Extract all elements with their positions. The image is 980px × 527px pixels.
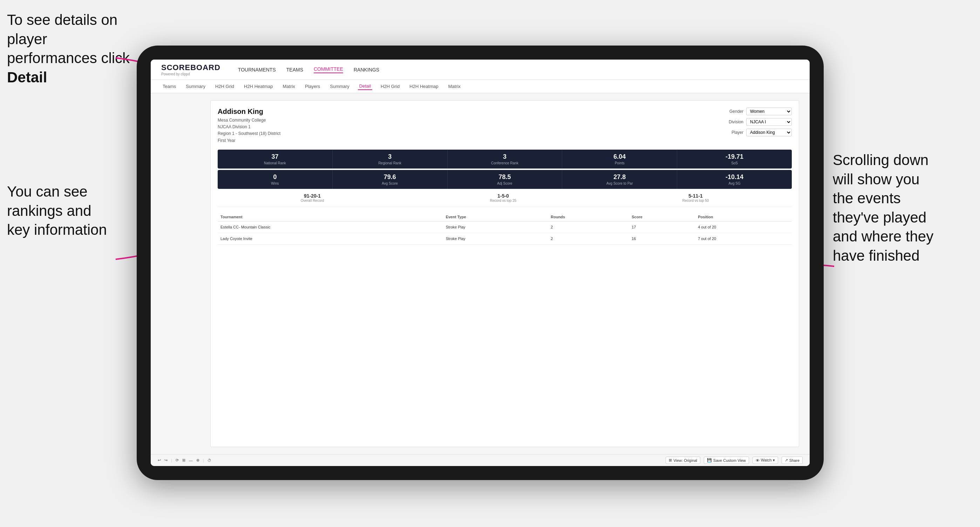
nav-rankings[interactable]: RANKINGS (354, 67, 379, 73)
td-rounds-1: 2 (548, 221, 629, 233)
stat-value-points: 6.04 (565, 153, 674, 160)
table-row: Lady Coyote Invite Stroke Play 2 16 7 ou… (218, 233, 792, 244)
stat-value-regional-rank: 3 (336, 153, 444, 160)
view-icon: ⊞ (669, 458, 672, 462)
bottom-toolbar: ↩ ↪ | ⟳ ⊞ — ⊕ | ⏱ ⊞ View: Original 💾 Sav… (151, 454, 810, 466)
nav-committee[interactable]: COMMITTEE (314, 66, 343, 73)
table-header-row: Tournament Event Type Rounds Score Posit… (218, 213, 792, 221)
toolbar-icon-2[interactable]: ⊞ (182, 458, 185, 462)
toolbar-icon-1[interactable]: ⟳ (176, 458, 179, 462)
logo-sub: Powered by clippd (161, 72, 221, 76)
td-tournament-1: Estella CC- Mountain Classic (218, 221, 443, 233)
stat-national-rank: 37 National Rank (218, 149, 332, 168)
player-controls: Gender Women Division NJCAA I (722, 108, 792, 144)
annotation-top-left: To see details on player performances cl… (7, 11, 140, 87)
subnav-summary1[interactable]: Summary (185, 83, 207, 90)
stat-conference-rank: 3 Conference Rank (448, 149, 563, 168)
record-overall-label: Overall Record (301, 199, 324, 203)
stat-wins: 0 Wins (218, 170, 332, 189)
stat-sos: -19.71 SoS (677, 149, 792, 168)
tablet-screen: SCOREBOARD Powered by clippd TOURNAMENTS… (151, 60, 810, 466)
td-score-2: 16 (629, 233, 695, 244)
tournament-table: Tournament Event Type Rounds Score Posit… (218, 213, 792, 244)
stat-label-national-rank: National Rank (221, 161, 329, 165)
td-score-1: 17 (629, 221, 695, 233)
td-event-type-1: Stroke Play (443, 221, 548, 233)
stat-points: 6.04 Points (562, 149, 677, 168)
subnav-teams[interactable]: Teams (161, 83, 177, 90)
td-tournament-2: Lady Coyote Invite (218, 233, 443, 244)
subnav-h2hheatmap1[interactable]: H2H Heatmap (243, 83, 274, 90)
annotation-bottom-left: You can see rankings and key information (7, 182, 133, 240)
player-select[interactable]: Addison King (746, 129, 792, 136)
stat-value-national-rank: 37 (221, 153, 329, 160)
annotation-right: Scrolling down will show you the events … (833, 151, 973, 266)
subnav-matrix2[interactable]: Matrix (447, 83, 462, 90)
player-region: Region 1 - Southwest (18) District (218, 130, 280, 137)
th-event-type: Event Type (443, 213, 548, 221)
toolbar-sep2: | (203, 458, 204, 462)
record-top50: 5-11-1 Record vs top 50 (682, 193, 709, 203)
stat-value-avg-sg: -10.14 (680, 173, 789, 181)
stat-adj-score: 78.5 Adj Score (448, 170, 563, 189)
subnav-detail[interactable]: Detail (358, 83, 372, 90)
player-college: Mesa Community College (218, 117, 280, 124)
division-label: Division (722, 119, 743, 124)
record-top50-value: 5-11-1 (682, 193, 709, 199)
nav-tournaments[interactable]: TOURNAMENTS (238, 67, 276, 73)
division-select[interactable]: NJCAA I (746, 118, 792, 126)
subnav-players[interactable]: Players (304, 83, 321, 90)
stat-value-avg-score: 79.6 (336, 173, 444, 181)
toolbar-undo-icon[interactable]: ↩ (158, 458, 161, 462)
stat-label-regional-rank: Regional Rank (336, 161, 444, 165)
stat-label-conference-rank: Conference Rank (450, 161, 559, 165)
content-area: Addison King Mesa Community College NJCA… (151, 93, 810, 454)
app-header: SCOREBOARD Powered by clippd TOURNAMENTS… (151, 60, 810, 80)
toolbar-icon-4[interactable]: ⊕ (196, 458, 199, 462)
share-button[interactable]: ↗ Share (782, 457, 803, 464)
table-row: Estella CC- Mountain Classic Stroke Play… (218, 221, 792, 233)
stat-avg-score-par: 27.8 Avg Score to Par (562, 170, 677, 189)
toolbar-redo-icon[interactable]: ↪ (164, 458, 167, 462)
subnav-matrix1[interactable]: Matrix (281, 83, 296, 90)
player-control: Player Addison King (722, 129, 792, 136)
stat-value-avg-score-par: 27.8 (565, 173, 674, 181)
stat-value-wins: 0 (221, 173, 329, 181)
stats-grid-2: 0 Wins 79.6 Avg Score 78.5 Adj Score 27.… (218, 170, 792, 189)
gender-select[interactable]: Women (746, 108, 792, 115)
gender-label: Gender (722, 109, 743, 114)
subnav-summary2[interactable]: Summary (328, 83, 351, 90)
toolbar-clock-icon[interactable]: ⏱ (207, 458, 212, 462)
td-rounds-2: 2 (548, 233, 629, 244)
stat-value-sos: -19.71 (680, 153, 789, 160)
th-score: Score (629, 213, 695, 221)
subnav-h2hgrid1[interactable]: H2H Grid (214, 83, 235, 90)
th-position: Position (695, 213, 792, 221)
division-control: Division NJCAA I (722, 118, 792, 126)
view-original-button[interactable]: ⊞ View: Original (666, 457, 700, 464)
player-name: Addison King (218, 108, 280, 116)
nav-teams[interactable]: TEAMS (286, 67, 303, 73)
share-icon: ↗ (785, 458, 788, 462)
watch-icon: 👁 (756, 458, 759, 462)
stat-avg-sg: -10.14 Avg SG (677, 170, 792, 189)
player-label: Player (722, 130, 743, 135)
gender-control: Gender Women (722, 108, 792, 115)
record-top25: 1-5-0 Record vs top 25 (490, 193, 517, 203)
record-top25-label: Record vs top 25 (490, 199, 517, 203)
subnav-h2hgrid2[interactable]: H2H Grid (379, 83, 401, 90)
td-event-type-2: Stroke Play (443, 233, 548, 244)
player-info: Addison King Mesa Community College NJCA… (218, 108, 280, 144)
subnav-h2hheatmap2[interactable]: H2H Heatmap (408, 83, 439, 90)
save-custom-view-button[interactable]: 💾 Save Custom View (704, 457, 749, 464)
stat-label-avg-score: Avg Score (336, 181, 444, 185)
player-division: NJCAA Division 1 (218, 124, 280, 130)
stat-regional-rank: 3 Regional Rank (332, 149, 448, 168)
toolbar-icon-3[interactable]: — (189, 458, 193, 462)
stat-avg-score: 79.6 Avg Score (332, 170, 448, 189)
stat-value-conference-rank: 3 (450, 153, 559, 160)
stats-grid-1: 37 National Rank 3 Regional Rank 3 Confe… (218, 149, 792, 168)
player-header: Addison King Mesa Community College NJCA… (218, 108, 792, 144)
watch-button[interactable]: 👁 Watch ▾ (752, 457, 778, 464)
main-panel: Addison King Mesa Community College NJCA… (210, 100, 799, 447)
